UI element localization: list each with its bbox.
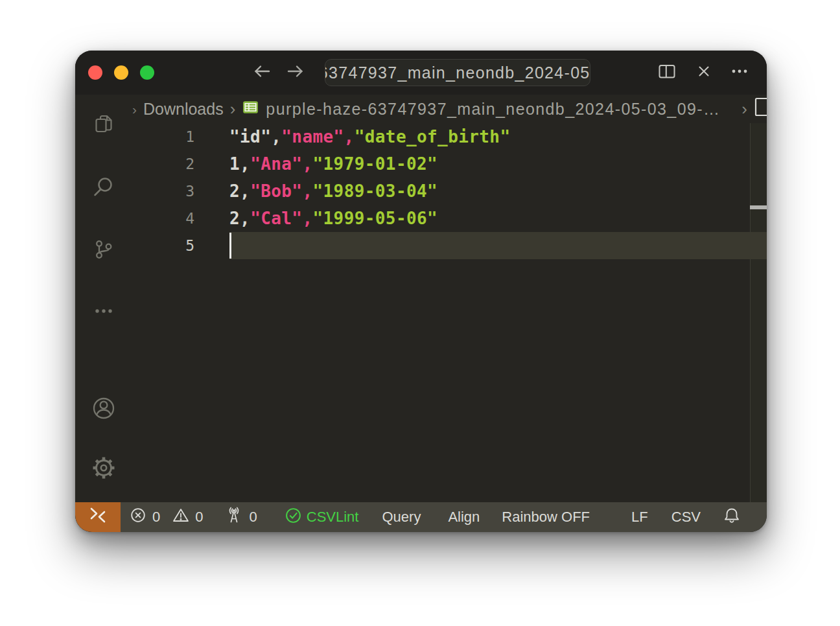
source-control-icon[interactable]	[92, 238, 115, 261]
settings-gear-icon[interactable]	[90, 454, 117, 481]
code-line	[194, 233, 231, 259]
traffic-lights	[88, 51, 154, 95]
chevron-right-icon: ›	[741, 100, 747, 117]
remote-indicator[interactable]	[75, 502, 121, 532]
account-icon[interactable]	[91, 395, 117, 421]
close-icon[interactable]	[695, 62, 713, 83]
forward-icon[interactable]	[285, 61, 306, 84]
breadcrumb-file[interactable]: purple-haze-63747937_main_neondb_2024-05…	[266, 100, 720, 119]
bell-icon	[723, 506, 741, 528]
line-number[interactable]: 1	[132, 128, 194, 145]
query-label: Query	[382, 509, 421, 526]
split-editor-icon[interactable]	[657, 61, 677, 84]
back-icon[interactable]	[251, 61, 272, 84]
code-line: "id","name","date_of_birth"	[194, 127, 510, 146]
problems-status[interactable]: 0 0	[130, 507, 204, 527]
remote-icon	[88, 505, 108, 529]
align-status[interactable]: Align	[448, 509, 480, 526]
close-window-button[interactable]	[88, 65, 102, 80]
error-count: 0	[152, 509, 160, 526]
window-title: 63747937_main_neondb_2024-05-	[325, 64, 590, 82]
line-number[interactable]: 2	[132, 156, 194, 172]
language-label: CSV	[671, 509, 701, 526]
breadcrumb-root-chevron-icon[interactable]: ›	[132, 102, 137, 116]
editor-lines: 1"id","name","date_of_birth"21,"Ana","19…	[132, 123, 767, 259]
code-row[interactable]: 42,"Cal","1999-05-06"	[132, 205, 767, 232]
ports-count: 0	[250, 509, 257, 526]
code-line: 2,"Bob","1989-03-04"	[194, 181, 438, 201]
csvlint-label: CSVLint	[307, 509, 359, 526]
command-center-title[interactable]: 63747937_main_neondb_2024-05-	[325, 59, 590, 86]
editor-pane[interactable]: 1"id","name","date_of_birth"21,"Ana","19…	[132, 123, 767, 502]
breadcrumb-folder[interactable]: Downloads	[143, 100, 224, 119]
more-views-icon[interactable]	[93, 300, 115, 322]
title-bar: 63747937_main_neondb_2024-05-	[75, 51, 767, 95]
chevron-right-icon: ›	[230, 100, 236, 117]
status-bar: 0 0	[75, 502, 767, 532]
line-number[interactable]: 5	[132, 237, 194, 254]
language-mode-status[interactable]: CSV	[671, 509, 701, 526]
notifications-status[interactable]	[723, 506, 741, 528]
code-row[interactable]: 32,"Bob","1989-03-04"	[132, 178, 767, 205]
check-circle-icon	[285, 507, 302, 528]
ports-status[interactable]: 0	[224, 505, 257, 529]
csv-file-icon	[242, 99, 259, 120]
rainbow-label: Rainbow OFF	[502, 509, 590, 526]
rainbow-status[interactable]: Rainbow OFF	[502, 509, 590, 526]
query-status[interactable]: Query	[382, 509, 421, 526]
error-icon	[130, 507, 146, 527]
scrollbar-handle[interactable]	[750, 205, 767, 209]
breadcrumb: › Downloads › purple-haze-63747937_main_…	[132, 95, 767, 123]
vscode-window: 63747937_main_neondb_2024-05- › Downlo	[75, 51, 767, 532]
eol-status[interactable]: LF	[631, 509, 648, 526]
code-line: 1,"Ana","1979-01-02"	[194, 154, 438, 174]
zoom-window-button[interactable]	[140, 65, 154, 80]
minimize-window-button[interactable]	[114, 65, 128, 80]
line-number[interactable]: 4	[132, 210, 194, 227]
code-line: 2,"Cal","1999-05-06"	[194, 209, 438, 228]
align-label: Align	[448, 509, 480, 526]
explorer-icon[interactable]	[93, 113, 115, 135]
search-icon[interactable]	[92, 175, 115, 198]
radio-tower-icon	[224, 505, 244, 529]
code-row[interactable]: 21,"Ana","1979-01-02"	[132, 150, 767, 178]
csvlint-status[interactable]: CSVLint	[285, 507, 359, 528]
text-cursor	[229, 233, 231, 259]
more-actions-icon[interactable]	[730, 62, 749, 83]
warning-count: 0	[195, 509, 203, 526]
eol-label: LF	[631, 509, 648, 526]
line-number[interactable]: 3	[132, 183, 194, 200]
code-row[interactable]: 5	[132, 232, 767, 259]
breadcrumb-symbol-icon[interactable]	[754, 97, 767, 121]
activity-bar: 1	[75, 95, 132, 502]
code-row[interactable]: 1"id","name","date_of_birth"	[132, 123, 767, 150]
warning-icon	[172, 507, 189, 527]
